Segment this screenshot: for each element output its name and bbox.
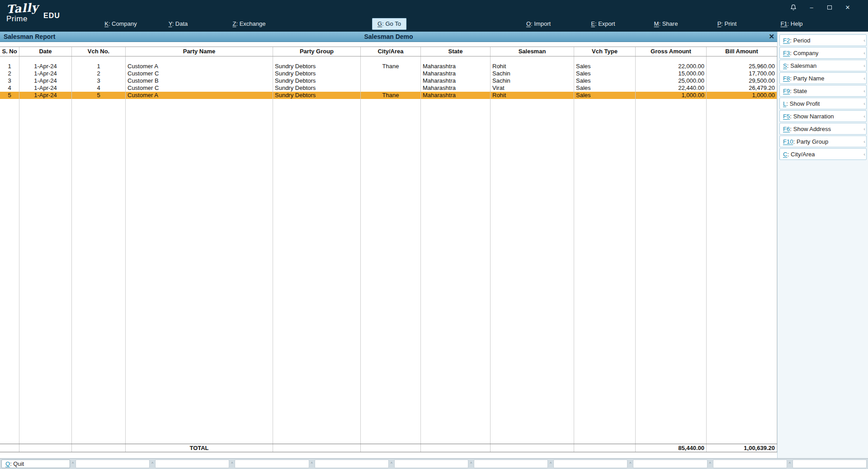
chevron-left-icon: ‹ [863,38,865,42]
total-cell: TOTAL [126,444,273,452]
sidebar-button-city-area[interactable]: C:City/Area‹ [779,148,867,160]
table-cell: 22,440.00 [636,84,707,92]
table-cell: Sachin [491,77,574,84]
empty-button-slot [75,460,150,468]
table-cell: 1-Apr-24 [19,70,72,77]
bottombar: Q: Quit^^^^^^^^^^ [0,458,868,469]
table-cell: 1 [0,63,19,70]
table-cell: 17,700.00 [707,70,777,77]
table-cell: 29,500.00 [707,77,777,84]
table-row[interactable]: 21-Apr-242Customer CSundry DebtorsMahara… [0,70,777,77]
chevron-up-icon: ^ [787,462,793,466]
table-cell [361,84,421,92]
table-cell [361,99,421,444]
menu-go-to[interactable]: G: Go To [372,18,406,30]
empty-button-slot [713,460,787,468]
table-cell [636,99,707,444]
menu-share[interactable]: M: Share [649,18,684,30]
column-header: City/Area [361,47,421,56]
table-cell: 5 [0,92,19,99]
table-cell: Maharashtra [421,92,491,99]
table-row[interactable]: 41-Apr-244Customer CSundry DebtorsMahara… [0,84,777,92]
table-cell: Sundry Debtors [273,77,361,84]
table-cell: 26,479.20 [707,84,777,92]
menu-help[interactable]: F1: Help [775,18,808,30]
sidebar-button-party-name[interactable]: F8:Party Name‹ [779,72,867,84]
menu-import[interactable]: O: Import [521,18,556,30]
table-cell: Maharashtra [421,84,491,92]
table-cell: 4 [72,84,126,92]
empty-button-slot [394,460,468,468]
brand-script: Tally [6,2,39,16]
menu-data[interactable]: Y: Data [163,18,193,30]
bell-icon[interactable] [788,3,799,12]
table-cell [72,56,126,63]
total-cell: 1,00,639.20 [707,444,777,452]
table-row[interactable]: 31-Apr-243Customer BSundry DebtorsMahara… [0,77,777,84]
salesman-report-table: S. NoDateVch No.Party NameParty GroupCit… [0,42,777,458]
chevron-up-icon: ^ [708,462,713,466]
column-header: State [421,47,491,56]
table-cell: Customer B [126,77,273,84]
table-cell [19,56,72,63]
minimize-button[interactable]: – [806,3,817,12]
table-cell: Customer C [126,70,273,77]
table-cell: 1 [72,63,126,70]
column-header: S. No [0,47,19,56]
menu-exchange[interactable]: Z: Exchange [227,18,271,30]
sidebar-button-party-group[interactable]: F10:Party Group‹ [779,136,867,147]
main-area: Salesman Report Salesman Demo ✕ S. NoDat… [0,32,868,458]
table-cell: 15,000.00 [636,70,707,77]
column-header: Bill Amount [707,47,777,56]
table-cell: Sales [574,84,636,92]
chevron-left-icon: ‹ [863,63,865,68]
table-cell: 22,000.00 [636,63,707,70]
sidebar-button-show-narration[interactable]: F5:Show Narration‹ [779,110,867,122]
table-cell [0,99,19,444]
quit-button[interactable]: Q: Quit [1,460,70,468]
window-controls: – ✕ [788,3,854,12]
chevron-up-icon: ^ [70,462,75,466]
sidebar-button-period[interactable]: F2:Period‹ [779,34,867,46]
total-cell [361,444,421,452]
empty-button-slot [315,460,389,468]
table-cell: 2 [72,70,126,77]
table-cell: 1-Apr-24 [19,63,72,70]
menubar: K: CompanyY: DataZ: ExchangeG: Go ToO: I… [0,18,868,30]
column-header: Vch No. [72,47,126,56]
menu-company[interactable]: K: Company [99,18,142,30]
table-cell: Customer A [126,92,273,99]
table-cell: Customer C [126,84,273,92]
empty-button-slot [793,460,867,468]
sidebar-button-state[interactable]: F9:State‹ [779,85,867,97]
menu-export[interactable]: E: Export [585,18,620,30]
menu-print[interactable]: P: Print [712,18,742,30]
table-cell: Sundry Debtors [273,84,361,92]
report-panel: Salesman Report Salesman Demo ✕ S. NoDat… [0,32,777,458]
table-cell [707,56,777,63]
total-cell [0,444,19,452]
table-row[interactable]: 11-Apr-241Customer ASundry DebtorsThaneM… [0,63,777,70]
sidebar-button-show-address[interactable]: F6:Show Address‹ [779,123,867,135]
table-empty-area [0,99,777,444]
table-cell: Sales [574,70,636,77]
table-cell: 1-Apr-24 [19,84,72,92]
maximize-button[interactable] [824,3,835,12]
table-cell: 25,000.00 [636,77,707,84]
empty-button-slot [235,460,309,468]
close-window-button[interactable]: ✕ [842,3,854,12]
sidebar-button-show-profit[interactable]: L:Show Profit‹ [779,98,867,109]
total-cell [273,444,361,452]
table-row-selected[interactable]: 51-Apr-245Customer ASundry DebtorsThaneM… [0,92,777,99]
table-cell [361,70,421,77]
report-title: Salesman Report [4,32,55,42]
topbar: Tally Prime EDU K: CompanyY: DataZ: Exch… [0,0,868,32]
table-cell: Sundry Debtors [273,92,361,99]
report-titlebar: Salesman Report Salesman Demo ✕ [0,32,777,42]
sidebar-button-salesman[interactable]: S:Salesman‹ [779,60,867,71]
column-header: Salesman [491,47,574,56]
sidebar-button-company[interactable]: F3:Company‹ [779,47,867,59]
table-cell: 1,000.00 [636,92,707,99]
close-report-icon[interactable]: ✕ [769,32,774,42]
table-cell [361,77,421,84]
